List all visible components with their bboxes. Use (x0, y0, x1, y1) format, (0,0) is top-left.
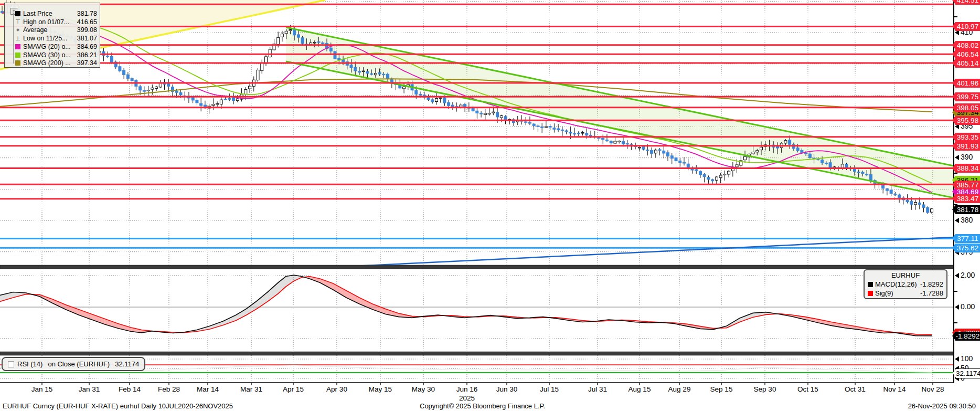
x-axis-date-label: Jan 15 (31, 385, 53, 393)
label-notch-icon (952, 0, 955, 4)
rsi-detail: on Close (EURHUF) (48, 360, 110, 368)
resistance-price-label: 395.98 (955, 116, 980, 125)
legend-row[interactable]: ⊥Low on 11/25...381.07 (15, 35, 97, 42)
x-axis-date-label: Apr 30 (326, 385, 347, 393)
series-swatch (15, 44, 20, 49)
legend-value: 397.34 (77, 59, 97, 67)
resistance-price-label: 410.97 (955, 22, 980, 31)
legend-label: Low on 11/25... (23, 35, 77, 42)
legend-label: Last Price (23, 10, 77, 17)
legend-value: 386.21 (77, 51, 97, 59)
resistance-price-label: 388.34 (955, 164, 980, 173)
legend-label: SMAVG (30) o... (23, 51, 77, 59)
resistance-price-label: 391.93 (955, 142, 980, 151)
legend-label: High on 01/07... (23, 18, 77, 26)
avg-marker-icon: ✦ (15, 27, 20, 34)
x-axis-date-label: Sep 30 (754, 385, 776, 393)
x-axis-date-label: May 15 (369, 385, 392, 393)
resistance-price-label: 408.02 (955, 41, 980, 50)
label-notch-icon (952, 22, 955, 30)
macd-legend[interactable]: EURHUF MACD(12,26) -1.8292 Sig(9) -1.728… (864, 269, 947, 299)
x-axis-date-label: Sep 15 (710, 385, 733, 393)
x-axis-date-label: Feb 28 (158, 385, 180, 393)
label-notch-icon (952, 116, 955, 124)
x-axis-date-label: Mar 14 (197, 385, 219, 393)
axis-tick-label: 2.00 (955, 271, 980, 280)
label-notch-icon (952, 194, 955, 203)
x-axis-date-label: Jun 16 (456, 385, 478, 393)
label-notch-icon (952, 41, 955, 49)
legend-value: 399.08 (77, 26, 97, 34)
x-axis-date-label: Mar 31 (240, 385, 262, 393)
resistance-price-label: 385.77 (955, 181, 980, 189)
resistance-price-label: 399.75 (955, 92, 980, 101)
legend-row[interactable]: SMAVG (20) o...384.69 (15, 43, 97, 50)
macd-legend-row-sig: Sig(9) -1.7288 (868, 289, 943, 298)
x-axis-date-label: Aug 29 (668, 385, 691, 393)
rsi-value-label: 32.1174 (955, 368, 980, 378)
label-notch-icon (953, 369, 956, 377)
support-price-label: 377.11 (955, 234, 980, 243)
legend-value: 381.07 (77, 35, 97, 42)
x-axis-date-label: Nov 14 (883, 385, 906, 393)
label-notch-icon (952, 181, 955, 189)
series-swatch (15, 60, 20, 66)
label-notch-icon (952, 332, 955, 340)
last-value-label: -1.8292 (955, 332, 980, 341)
legend-label: Average (23, 26, 77, 34)
x-axis-date-label: Jun 30 (496, 385, 518, 393)
last-value-label: 381.78 (955, 205, 980, 214)
label-notch-icon (952, 205, 955, 214)
x-axis-date-label: Jul 31 (588, 385, 607, 393)
macd-legend-row-macd: MACD(12,26) -1.8292 (868, 280, 943, 289)
x-axis-date-label: Aug 15 (629, 385, 651, 393)
macd-swatch (868, 282, 873, 287)
label-notch-icon (952, 133, 955, 141)
label-notch-icon (952, 234, 955, 243)
label-notch-icon (952, 244, 955, 252)
panel-separator (0, 352, 954, 355)
legend-tree-rail (13, 13, 14, 64)
legend-row[interactable]: ⊤High on 01/07...416.65 (15, 18, 97, 26)
sig-swatch (868, 291, 873, 296)
copyright-text: Copyright© 2025 Bloomberg Finance L.P. (420, 402, 545, 410)
legend-row[interactable]: ✦Average399.08 (15, 26, 97, 34)
x-axis-date-label: Nov 28 (922, 385, 944, 393)
resistance-price-label: 398.05 (955, 103, 980, 112)
x-axis-date-label: Oct 31 (845, 385, 866, 393)
x-axis-date-label: Apr 15 (283, 385, 304, 393)
series-swatch (15, 52, 20, 58)
legend-label: SMAVG (200) ... (23, 59, 77, 67)
legend-value: 381.78 (77, 10, 97, 17)
chart-canvas[interactable] (0, 0, 980, 411)
timestamp: 26-Nov-2025 09:30:50 (908, 402, 976, 410)
axis-tick-arrow-icon (955, 356, 959, 362)
x-axis-date-label: Jan 31 (79, 385, 100, 393)
x-axis-date-label: May 30 (412, 385, 435, 393)
price-panel (0, 0, 954, 266)
x-axis-year-label: 2025 (459, 394, 475, 402)
axis-minor-tick (954, 322, 957, 323)
price-legend[interactable]: + Last Price381.78⊤High on 01/07...416.6… (4, 3, 100, 68)
legend-row[interactable]: SMAVG (30) o...386.21 (15, 51, 97, 59)
rsi-line-swatch (8, 361, 14, 367)
series-swatch (15, 11, 20, 16)
axis-tick-arrow-icon (955, 273, 959, 278)
macd-legend-title: EURHUF (868, 271, 943, 280)
label-notch-icon (952, 50, 955, 58)
legend-value: 416.65 (77, 18, 97, 26)
axis-tick-arrow-icon (955, 155, 959, 160)
rsi-legend[interactable]: RSI (14) on Close (EURHUF) 32.1174 (2, 357, 145, 371)
axis-minor-tick (954, 173, 957, 174)
axis-tick-label: 100 (955, 354, 980, 363)
legend-value: 384.69 (77, 43, 97, 50)
label-notch-icon (952, 79, 955, 87)
legend-label: SMAVG (20) o... (23, 43, 77, 50)
legend-row[interactable]: Last Price381.78 (15, 10, 97, 17)
low-marker-icon: ⊥ (15, 35, 20, 42)
rsi-name: RSI (14) (17, 360, 42, 368)
legend-row[interactable]: SMAVG (200) ...397.34 (15, 59, 97, 67)
label-notch-icon (952, 59, 955, 67)
high-marker-icon: ⊤ (15, 18, 20, 25)
resistance-price-label: 405.14 (955, 59, 980, 68)
